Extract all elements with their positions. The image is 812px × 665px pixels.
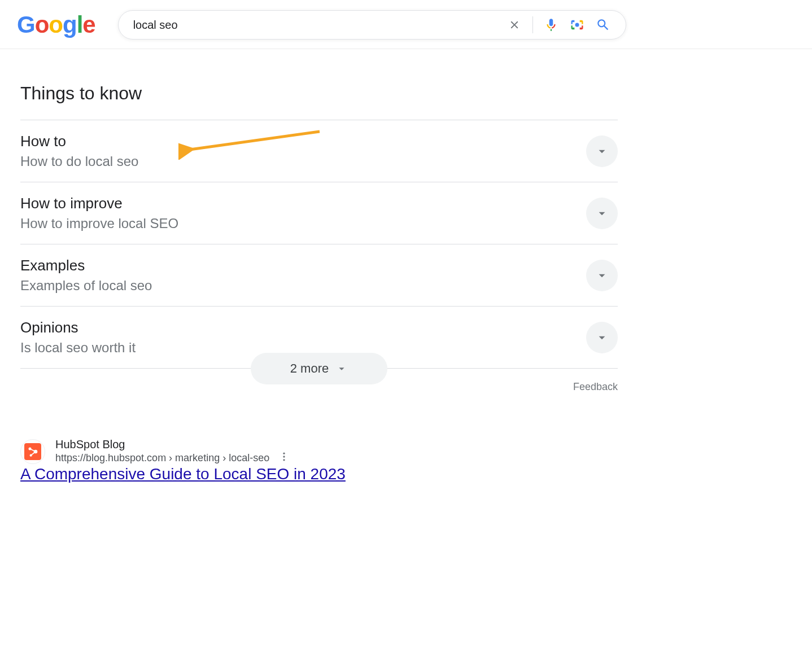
annotation-arrow-icon	[178, 126, 325, 160]
clear-icon[interactable]	[507, 17, 522, 33]
chevron-down-icon[interactable]	[586, 322, 618, 353]
svg-line-6	[31, 452, 36, 456]
result-favicon	[20, 439, 45, 464]
chevron-down-icon[interactable]	[586, 135, 618, 167]
search-header: Google	[0, 0, 812, 49]
ttk-item-subtitle: How to do local seo	[20, 154, 138, 169]
ttk-item-title: How to improve	[20, 195, 178, 212]
search-input[interactable]	[133, 19, 507, 32]
chevron-down-icon	[335, 362, 348, 375]
image-search-icon[interactable]	[569, 17, 585, 33]
svg-point-9	[283, 459, 285, 461]
divider	[532, 16, 533, 33]
results-area: Things to know How to How to do local se…	[0, 49, 638, 500]
show-more-label: 2 more	[290, 361, 329, 376]
chevron-down-icon[interactable]	[586, 260, 618, 291]
ttk-item-subtitle: Is local seo worth it	[20, 340, 136, 356]
result-site-name: HubSpot Blog	[55, 438, 290, 451]
ttk-item-title: Examples	[20, 257, 152, 274]
ttk-item-title: How to	[20, 133, 138, 150]
svg-point-7	[283, 453, 285, 454]
show-more-button[interactable]: 2 more	[251, 353, 387, 384]
ttk-item-subtitle: Examples of local seo	[20, 278, 152, 294]
svg-point-8	[283, 456, 285, 457]
ttk-item-how-to-improve[interactable]: How to improve How to improve local SEO	[20, 182, 618, 244]
ttk-more-row: 2 more	[20, 368, 618, 369]
things-to-know-heading: Things to know	[20, 83, 618, 104]
google-logo[interactable]: Google	[17, 11, 95, 38]
svg-point-0	[575, 23, 579, 27]
search-bar	[118, 10, 626, 40]
result-menu-icon[interactable]	[278, 451, 290, 465]
result-breadcrumb: https://blog.hubspot.com › marketing › l…	[55, 452, 269, 464]
ttk-item-examples[interactable]: Examples Examples of local seo	[20, 244, 618, 306]
ttk-item-subtitle: How to improve local SEO	[20, 216, 178, 231]
ttk-item-how-to[interactable]: How to How to do local seo	[20, 120, 618, 182]
result-title-link[interactable]: A Comprehensive Guide to Local SEO in 20…	[20, 465, 346, 483]
search-actions	[507, 16, 621, 33]
chevron-down-icon[interactable]	[586, 198, 618, 229]
search-result: HubSpot Blog https://blog.hubspot.com › …	[20, 438, 618, 483]
hubspot-logo-icon	[24, 443, 41, 460]
svg-line-1	[190, 132, 320, 150]
ttk-item-title: Opinions	[20, 319, 136, 336]
voice-search-icon[interactable]	[543, 17, 559, 33]
search-icon[interactable]	[595, 17, 611, 33]
